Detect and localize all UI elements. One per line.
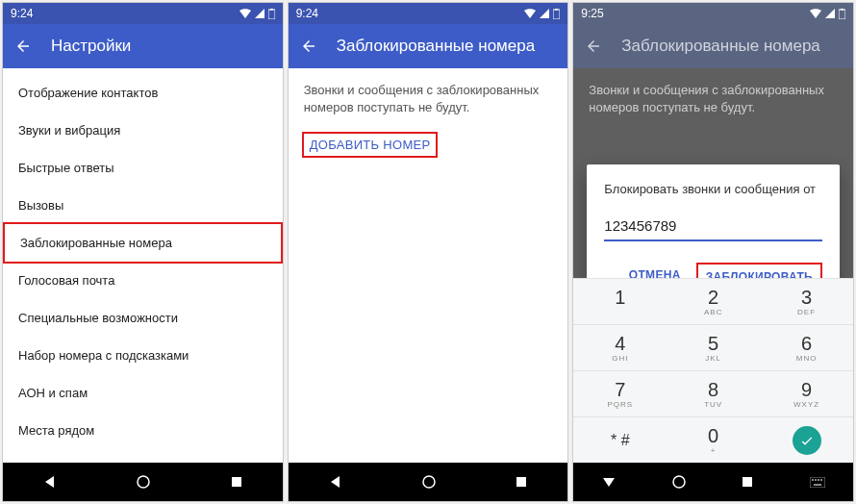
signal-icon xyxy=(825,9,835,18)
status-icons xyxy=(239,9,275,19)
blocked-content: Звонки и сообщения с заблокированных ном… xyxy=(289,68,568,463)
keypad-key-7[interactable]: 7PQRS xyxy=(573,370,667,416)
svg-rect-12 xyxy=(810,477,825,488)
nav-bar xyxy=(289,463,568,501)
add-number-button[interactable]: ДОБАВИТЬ НОМЕР xyxy=(302,132,439,158)
nav-home-icon[interactable] xyxy=(672,475,686,489)
keyboard-icon[interactable] xyxy=(810,477,825,488)
appbar-title: Заблокированные номера xyxy=(621,37,819,56)
svg-rect-15 xyxy=(818,479,819,481)
svg-rect-3 xyxy=(232,477,241,487)
nav-bar xyxy=(573,463,853,501)
nav-back-icon[interactable] xyxy=(328,474,343,490)
settings-item[interactable]: АОН и спам xyxy=(3,374,283,412)
svg-rect-9 xyxy=(841,9,843,11)
battery-icon xyxy=(553,9,560,19)
svg-point-6 xyxy=(423,476,435,488)
settings-item[interactable]: Звуки и вибрация xyxy=(3,112,283,149)
nav-recent-icon[interactable] xyxy=(515,475,528,489)
svg-point-10 xyxy=(673,476,685,488)
app-bar-dimmed: Заблокированные номера xyxy=(573,24,853,68)
status-icons xyxy=(524,9,560,19)
keypad-key-5[interactable]: 5JKL xyxy=(667,324,760,370)
settings-item[interactable]: Вызовы xyxy=(3,187,283,224)
keypad-done[interactable] xyxy=(760,416,853,463)
arrow-back-icon xyxy=(585,38,602,55)
settings-item[interactable]: Быстрые ответы xyxy=(3,149,283,187)
status-bar: 9:25 xyxy=(573,3,853,24)
wifi-icon xyxy=(239,9,251,18)
phone-block-dialog: 9:25 Заблокированные номера Звонки и соо… xyxy=(572,2,854,502)
nav-back-icon[interactable] xyxy=(42,474,58,490)
dialog-title: Блокировать звонки и сообщения от xyxy=(604,182,822,196)
status-bar: 9:24 xyxy=(3,3,283,24)
settings-item[interactable]: Места рядом xyxy=(3,412,283,449)
app-bar: Настройки xyxy=(3,24,283,68)
svg-rect-4 xyxy=(553,10,560,19)
keypad-key-4[interactable]: 4GHI xyxy=(573,324,667,370)
settings-content: Отображение контактов Звуки и вибрация Б… xyxy=(3,68,283,463)
keypad-key-1[interactable]: 1 xyxy=(573,278,667,324)
nav-bar xyxy=(3,463,283,501)
battery-icon xyxy=(839,9,845,19)
svg-rect-11 xyxy=(743,477,752,487)
svg-rect-17 xyxy=(814,484,821,486)
back-button[interactable] xyxy=(300,38,317,55)
keypad-key-2[interactable]: 2ABC xyxy=(667,278,760,324)
info-text: Звонки и сообщения с заблокированных ном… xyxy=(289,68,568,124)
svg-rect-7 xyxy=(516,477,526,487)
back-button[interactable] xyxy=(14,38,32,55)
appbar-title: Заблокированные номера xyxy=(337,37,535,56)
status-time: 9:24 xyxy=(296,7,525,20)
svg-rect-5 xyxy=(555,9,558,11)
signal-icon xyxy=(540,9,549,18)
nav-home-icon[interactable] xyxy=(137,475,150,489)
wifi-icon xyxy=(524,9,536,18)
status-bar: 9:24 xyxy=(289,3,568,24)
signal-icon xyxy=(255,9,264,18)
status-time: 9:25 xyxy=(581,7,810,20)
status-icons xyxy=(810,9,845,19)
settings-item[interactable]: Специальные возможности xyxy=(3,299,283,337)
svg-rect-14 xyxy=(815,479,817,481)
nav-recent-icon[interactable] xyxy=(230,475,243,489)
info-text-dimmed: Звонки и сообщения с заблокированных ном… xyxy=(573,68,853,124)
back-button xyxy=(585,38,602,55)
keypad-key-0[interactable]: 0+ xyxy=(667,416,760,463)
keypad-key-3[interactable]: 3DEF xyxy=(760,278,853,324)
keypad-key-6[interactable]: 6MNO xyxy=(760,324,853,370)
wifi-icon xyxy=(810,9,821,18)
phone-settings: 9:24 Настройки Отображение контактов Зву… xyxy=(2,2,284,502)
settings-item[interactable]: Отображение контактов xyxy=(3,74,283,112)
status-time: 9:24 xyxy=(11,7,239,20)
arrow-back-icon xyxy=(14,38,32,55)
svg-rect-8 xyxy=(839,10,845,19)
nav-home-icon[interactable] xyxy=(422,475,436,489)
arrow-back-icon xyxy=(300,38,317,55)
phone-blocked-list: 9:24 Заблокированные номера Звонки и соо… xyxy=(288,2,569,502)
dimmed-content: Звонки и сообщения с заблокированных ном… xyxy=(573,68,853,501)
battery-icon xyxy=(268,9,275,19)
app-bar: Заблокированные номера xyxy=(289,24,568,68)
svg-rect-1 xyxy=(270,9,273,11)
nav-back-icon-down[interactable] xyxy=(601,474,617,490)
phone-number-input[interactable]: 123456789 xyxy=(604,214,822,241)
keypad-key-[interactable]: * # xyxy=(573,416,667,463)
settings-item[interactable]: Голосовая почта xyxy=(3,262,283,299)
check-icon xyxy=(793,426,821,455)
svg-rect-0 xyxy=(268,10,275,19)
settings-item-blocked-numbers[interactable]: Заблокированные номера xyxy=(3,222,283,264)
numeric-keypad: 1 2ABC3DEF4GHI5JKL6MNO7PQRS8TUV9WXYZ* #0… xyxy=(573,278,853,463)
svg-point-2 xyxy=(138,476,149,488)
keypad-key-8[interactable]: 8TUV xyxy=(667,370,760,416)
svg-rect-13 xyxy=(812,479,814,481)
appbar-title: Настройки xyxy=(51,37,131,56)
nav-recent-icon[interactable] xyxy=(741,475,754,489)
settings-list: Отображение контактов Звуки и вибрация Б… xyxy=(3,68,283,455)
settings-item[interactable]: Набор номера с подсказками xyxy=(3,337,283,374)
svg-rect-16 xyxy=(820,479,822,481)
keypad-key-9[interactable]: 9WXYZ xyxy=(760,370,853,416)
